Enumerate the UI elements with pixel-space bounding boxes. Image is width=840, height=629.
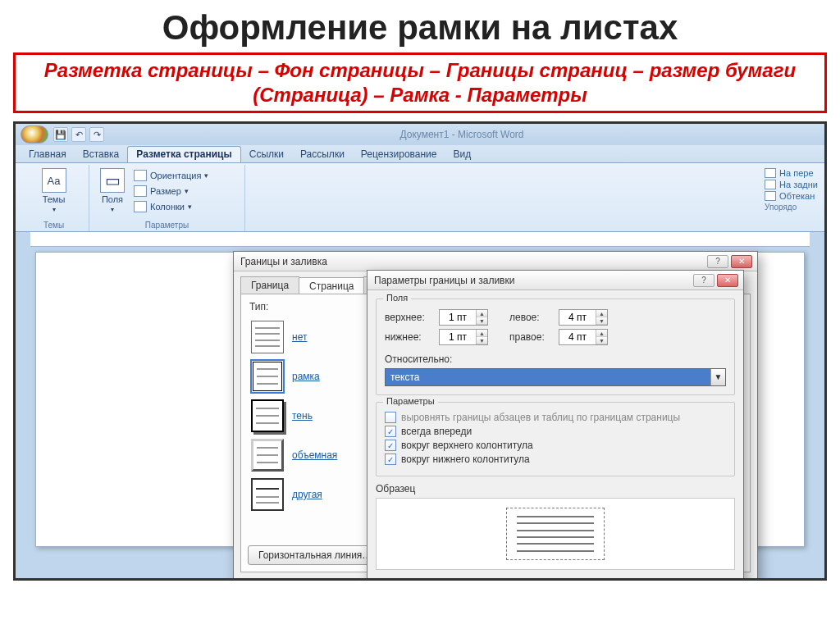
margins-label: Поля [102,194,123,204]
tab-page-layout[interactable]: Разметка страницы [127,146,240,162]
right-spinner[interactable]: ▲▼ [559,329,608,345]
check-header-row[interactable]: ✓ вокруг верхнего колонтитула [385,440,726,451]
check-front-row[interactable]: ✓ всегда впереди [385,426,726,437]
columns-button[interactable]: Колонки [132,199,210,214]
margins-button[interactable]: ▭ Поля ▾ [94,166,130,215]
check-align-row[interactable]: выровнять границы абзацев и таблиц по гр… [385,412,726,423]
spin-down-icon[interactable]: ▼ [596,317,607,325]
relative-to-value: текста [386,369,710,385]
left-spinner[interactable]: ▲▼ [559,309,608,326]
bottom-value[interactable] [440,330,476,344]
type-custom-icon [251,478,284,511]
orientation-label: Ориентация [150,171,201,180]
top-value[interactable] [440,310,476,325]
type-custom[interactable]: другая [249,475,348,514]
wrap-icon [765,191,776,201]
right-value[interactable] [559,330,596,344]
dialog2-titlebar: Параметры границы и заливки ? ✕ [368,271,743,290]
check-header-box[interactable]: ✓ [385,440,396,451]
type-none-icon [251,321,284,353]
tab-view[interactable]: Вид [445,147,480,162]
dialog2-help-button[interactable]: ? [693,274,714,287]
relative-to-dropdown[interactable]: текста ▼ [385,368,726,386]
size-icon [134,185,147,197]
send-back-icon [765,180,776,189]
type-3d[interactable]: объемная [249,435,348,475]
horizontal-ruler[interactable] [30,232,810,247]
left-value[interactable] [559,310,596,325]
check-header-label: вокруг верхнего колонтитула [401,440,533,451]
window-title: Документ1 - Microsoft Word [104,129,819,140]
tab-home[interactable]: Главная [21,147,75,162]
type-box-label: рамка [292,371,320,382]
check-footer-row[interactable]: ✓ вокруг нижнего колонтитула [385,454,726,465]
preview-page-icon [506,508,605,560]
spin-down-icon[interactable]: ▼ [596,337,607,344]
ribbon: Aa Темы ▾ Темы ▭ Поля ▾ Ориентация [16,163,824,232]
spin-up-icon[interactable]: ▲ [477,310,487,317]
tab-page-border[interactable]: Страница [299,277,364,294]
spin-down-icon[interactable]: ▼ [477,317,487,325]
columns-label: Колонки [150,202,185,212]
relative-to-label: Относительно: [385,353,452,365]
type-none[interactable]: нет [249,317,348,357]
right-label: правое: [509,331,554,343]
spin-up-icon[interactable]: ▲ [596,310,607,317]
border-options-dialog: Параметры границы и заливки ? ✕ Поля вер… [367,270,744,581]
dialog1-help-button[interactable]: ? [707,255,728,268]
tab-references[interactable]: Ссылки [241,147,292,162]
size-button[interactable]: Размер [132,184,210,198]
check-front-box[interactable]: ✓ [385,426,396,437]
tab-review[interactable]: Рецензирование [353,147,445,162]
check-footer-box[interactable]: ✓ [385,454,396,465]
tab-mailings[interactable]: Рассылки [292,147,353,162]
instruction-box: Разметка страницы – Фон страницы – Грани… [13,52,827,113]
margins-icon: ▭ [100,168,125,193]
themes-button[interactable]: Aa Темы ▾ [24,166,84,215]
type-shadow-label: тень [292,410,313,422]
spin-down-icon[interactable]: ▼ [477,337,487,344]
themes-icon: Aa [42,168,66,193]
top-spinner[interactable]: ▲▼ [439,309,488,326]
qat-save-icon[interactable]: 💾 [53,127,68,142]
type-shadow[interactable]: тень [249,396,348,435]
bottom-spinner[interactable]: ▲▼ [439,329,488,345]
dialog2-close-button[interactable]: ✕ [717,274,738,287]
chevron-down-icon: ▾ [111,206,114,213]
qat-redo-icon[interactable]: ↷ [89,127,104,142]
preview-label: Образец [376,483,735,495]
word-titlebar: 💾 ↶ ↷ Документ1 - Microsoft Word [16,124,824,145]
dialog1-close-button[interactable]: ✕ [731,255,752,268]
bring-front-button[interactable]: На пере [765,168,818,178]
type-3d-icon [251,439,284,472]
slide-title: Оформление рамки на листах [0,8,840,48]
type-box-icon [251,360,284,393]
tab-insert[interactable]: Вставка [75,147,128,162]
office-button[interactable] [21,125,48,144]
dialog2-body: Поля верхнее: ▲▼ нижнее: [368,290,743,570]
send-back-button[interactable]: На задни [765,180,818,189]
themes-label: Темы [43,194,66,204]
type-none-label: нет [292,331,307,343]
chevron-down-icon[interactable]: ▼ [710,369,725,385]
text-wrap-button[interactable]: Обтекан [765,191,818,201]
spin-up-icon[interactable]: ▲ [477,330,487,337]
check-front-label: всегда впереди [401,426,472,437]
type-shadow-icon [251,399,284,432]
bottom-label: нижнее: [385,331,434,343]
border-type-column: Тип: нет рамка те [249,301,348,514]
dialog1-titlebar: Границы и заливка ? ✕ [234,252,757,271]
group-themes-label: Темы [19,221,89,230]
group-arrange-label: Упорядо [765,203,818,212]
qat-undo-icon[interactable]: ↶ [71,127,86,142]
bring-front-icon [765,168,776,178]
check-align-box[interactable] [385,412,396,423]
spin-up-icon[interactable]: ▲ [596,330,607,337]
columns-icon [134,201,147,212]
tab-border[interactable]: Граница [240,276,299,294]
orientation-button[interactable]: Ориентация [132,168,210,183]
horizontal-line-button[interactable]: Горизонтальная линия… [248,545,382,565]
type-box[interactable]: рамка [249,357,348,396]
ribbon-arrange-group: На пере На задни Обтекан Упорядо [761,165,821,231]
params-legend: Параметры [383,396,438,406]
